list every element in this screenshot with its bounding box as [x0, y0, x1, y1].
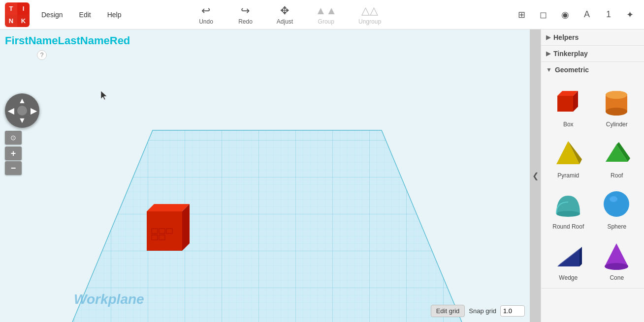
tinkercad-logo[interactable]: TINK: [5, 2, 30, 27]
nav-left[interactable]: ◀: [8, 106, 14, 116]
svg-marker-21: [605, 243, 628, 266]
svg-point-9: [606, 108, 627, 116]
cone-label: Cone: [610, 274, 624, 281]
adjust-button[interactable]: ✥ Adjust: [270, 2, 299, 27]
redo-label: Redo: [238, 18, 253, 25]
group-label: Group: [318, 18, 334, 25]
redo-button[interactable]: ↪ Redo: [230, 2, 260, 27]
view-controls: ⊙: [5, 131, 39, 145]
svg-point-22: [605, 263, 628, 270]
nav-down[interactable]: ▼: [18, 116, 26, 125]
solid-view-button[interactable]: ◻: [535, 6, 552, 24]
svg-point-16: [604, 191, 629, 217]
shape-cone[interactable]: Cone: [594, 235, 641, 284]
shape-pyramid[interactable]: Pyramid: [545, 133, 592, 182]
shape-round-roof[interactable]: Round Roof: [545, 184, 592, 233]
main: FirstNameLastNameRed ? ▲ ▼ ◀ ▶ ⊙ + −: [0, 29, 644, 322]
ungroup-icon: △△: [361, 4, 378, 17]
svg-rect-2: [0, 29, 530, 322]
collapse-panel-button[interactable]: ❮: [530, 29, 541, 322]
undo-label: Undo: [199, 18, 213, 25]
box-icon: [551, 85, 585, 119]
tinkerplay-section: ▶ Tinkerplay: [541, 46, 644, 62]
helpers-label: Helpers: [553, 33, 579, 41]
viewport[interactable]: FirstNameLastNameRed ? ▲ ▼ ◀ ▶ ⊙ + −: [0, 29, 530, 322]
box-front: [147, 211, 182, 251]
box-right: [182, 204, 190, 251]
geometric-label: Geometric: [555, 66, 589, 74]
group-icon: ▲▲: [315, 4, 337, 17]
wedge-icon: [551, 238, 585, 272]
shape-roof[interactable]: Roof: [594, 133, 641, 182]
cone-icon: [600, 238, 634, 272]
toolbar-center: ↩ Undo ↪ Redo ✥ Adjust ▲▲ Group △△ Ungro…: [191, 2, 387, 27]
roof-label: Roof: [611, 172, 623, 179]
geometric-arrow-icon: ▼: [546, 66, 552, 73]
shape-box[interactable]: Box: [545, 82, 592, 131]
roof-icon: [600, 136, 634, 170]
grid-view-button[interactable]: ⊞: [513, 6, 531, 24]
shape-sphere[interactable]: Sphere: [594, 184, 641, 233]
snap-grid-label: Snap grid: [469, 307, 496, 315]
nav-center: [17, 106, 27, 116]
tinkerplay-arrow-icon: ▶: [546, 50, 550, 57]
nav-compass[interactable]: ▲ ▼ ◀ ▶: [5, 93, 39, 128]
redo-icon: ↪: [241, 4, 250, 17]
toolbar-right: ⊞ ◻ ◉ A 1 ✦: [513, 6, 639, 24]
zoom-controls: + −: [5, 146, 39, 175]
menu-bar: Design Edit Help: [34, 7, 129, 23]
undo-button[interactable]: ↩ Undo: [191, 2, 221, 27]
tinkerplay-label: Tinkerplay: [553, 50, 588, 58]
svg-marker-19: [580, 247, 582, 266]
tinkerplay-header[interactable]: ▶ Tinkerplay: [541, 46, 644, 61]
undo-icon: ↩: [201, 4, 210, 17]
svg-point-10: [606, 91, 627, 99]
top-view-button[interactable]: ⊙: [5, 131, 22, 145]
cylinder-label: Cylinder: [606, 121, 628, 128]
svg-point-17: [610, 196, 617, 202]
zoom-out-button[interactable]: −: [5, 161, 22, 175]
geometric-section: ▼ Geometric Box: [541, 62, 644, 289]
menu-design[interactable]: Design: [34, 7, 70, 23]
topbar: TINK Design Edit Help ↩ Undo ↪ Redo ✥ Ad…: [0, 0, 644, 29]
ungroup-label: Ungroup: [358, 18, 381, 25]
ungroup-button[interactable]: △△ Ungroup: [353, 2, 387, 27]
earth-view-button[interactable]: ◉: [556, 6, 574, 24]
canvas-svg: [0, 29, 530, 322]
geometric-header[interactable]: ▼ Geometric: [541, 62, 644, 78]
sphere-icon: [600, 187, 634, 221]
right-panel: ▶ Helpers ▶ Tinkerplay ▼ Geometric: [541, 29, 644, 322]
text-button[interactable]: A: [578, 6, 596, 24]
zoom-in-button[interactable]: +: [5, 146, 22, 160]
helpers-header[interactable]: ▶ Helpers: [541, 29, 644, 45]
one-button[interactable]: 1: [600, 6, 617, 24]
round-roof-label: Round Roof: [552, 223, 584, 230]
shape-cylinder[interactable]: Cylinder: [594, 82, 641, 131]
helpers-arrow-icon: ▶: [546, 34, 550, 41]
box-top: [147, 204, 190, 211]
project-name[interactable]: FirstNameLastNameRed: [5, 34, 130, 47]
adjust-label: Adjust: [277, 18, 293, 25]
menu-edit[interactable]: Edit: [72, 7, 98, 23]
workplane-label: Workplane: [74, 292, 144, 307]
wedge-label: Wedge: [559, 274, 578, 281]
svg-rect-5: [557, 96, 573, 112]
menu-help[interactable]: Help: [100, 7, 129, 23]
pyramid-label: Pyramid: [557, 172, 579, 179]
pyramid-icon: [551, 136, 585, 170]
snap-grid-input[interactable]: [500, 305, 525, 317]
svg-point-15: [556, 211, 580, 217]
nav-right[interactable]: ▶: [31, 106, 36, 116]
edit-grid-button[interactable]: Edit grid: [431, 305, 465, 317]
cylinder-icon: [600, 85, 634, 119]
help-icon[interactable]: ?: [37, 50, 47, 60]
star-button[interactable]: ✦: [621, 6, 639, 24]
shape-wedge[interactable]: Wedge: [545, 235, 592, 284]
bottom-controls: Edit grid Snap grid: [431, 305, 525, 317]
nav-up[interactable]: ▲: [18, 96, 26, 105]
adjust-icon: ✥: [280, 4, 289, 17]
helpers-section: ▶ Helpers: [541, 29, 644, 46]
group-button[interactable]: ▲▲ Group: [309, 2, 343, 27]
nav-controls: ▲ ▼ ◀ ▶ ⊙ + −: [5, 93, 39, 175]
shapes-grid: Box Cylinder: [541, 78, 644, 288]
